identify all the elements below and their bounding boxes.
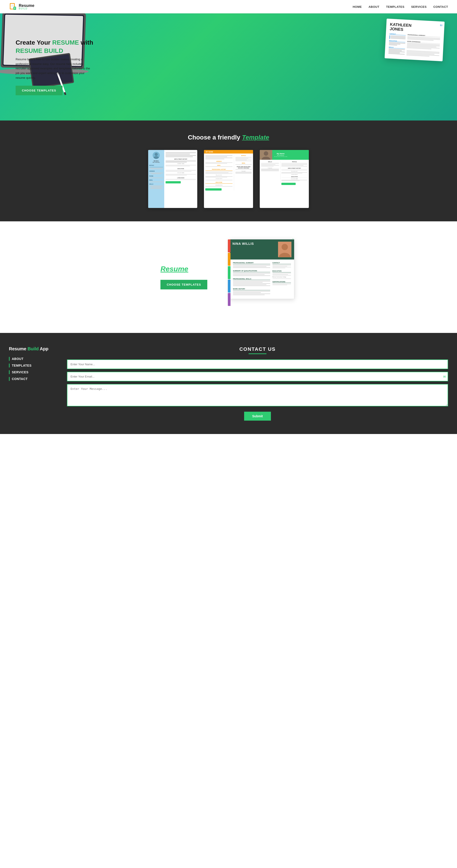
- logo[interactable]: Resume BUILD: [9, 3, 34, 11]
- hero-section: Create Your RESUME with RESUME BUILD Res…: [0, 13, 457, 121]
- contact-nav-bar-contact: [9, 377, 9, 381]
- hero-resume-preview: KATHLEEN JONES " CONTACT EDUCATION SKILL…: [385, 19, 445, 61]
- svg-point-20: [264, 151, 268, 156]
- message-input[interactable]: [67, 384, 448, 406]
- hero-content: Create Your RESUME with RESUME BUILD Res…: [16, 39, 93, 95]
- skills-section-label: SKILLS: [389, 46, 405, 49]
- contact-left: Resume Build App ABOUT TEMPLATES SERVICE…: [9, 346, 54, 383]
- nav-templates[interactable]: TEMPLATES: [386, 5, 404, 8]
- contact-nav-services[interactable]: SERVICES: [9, 370, 54, 374]
- resume-cta-button[interactable]: CHOOSE TEMPLATES: [160, 280, 207, 289]
- name-input-wrap: [67, 360, 448, 369]
- resume-person-name: NINA WILLIS: [233, 242, 254, 246]
- logo-icon: [9, 3, 17, 11]
- resume-section: Resume CHOOSE TEMPLATES + + + NINA WILL: [0, 221, 457, 333]
- template-card-2[interactable]: MY NAME Address Email Professional Histo…: [204, 150, 253, 208]
- contact-nav-templates[interactable]: TEMPLATES: [9, 364, 54, 368]
- templates-section: Choose a friendly Template My NameMy Pro…: [0, 121, 457, 221]
- resume-tabs: [228, 239, 231, 306]
- navbar: Resume BUILD HOME ABOUT TEMPLATES SERVIC…: [0, 0, 457, 13]
- submit-button[interactable]: Submit: [244, 412, 271, 421]
- resume-preview-name: KATHLEEN JONES: [390, 22, 441, 34]
- template1-sidebar: My NameMy Profession Details Address Pho…: [148, 150, 164, 208]
- template2-header: MY NAME: [204, 150, 253, 154]
- templates-grid: My NameMy Profession Details Address Pho…: [9, 150, 448, 208]
- contact-nav-bar-about: [9, 357, 9, 361]
- svg-point-17: [155, 153, 158, 156]
- contact-title: CONTACT US: [67, 346, 448, 352]
- nav-links: HOME ABOUT TEMPLATES SERVICES CONTACT: [353, 5, 448, 8]
- nav-about[interactable]: ABOUT: [368, 5, 379, 8]
- contact-form: ✉ Submit: [67, 360, 448, 421]
- template3-header: My Name My Profession 123 city country |…: [260, 150, 309, 160]
- contact-nav-about[interactable]: ABOUT: [9, 357, 54, 361]
- logo-text: Resume BUILD: [19, 4, 34, 10]
- resume-section-label: Resume: [160, 265, 207, 273]
- hero-subtitle: Resume build's free-to-use builder makes…: [16, 57, 91, 80]
- nav-contact[interactable]: CONTACT: [433, 5, 448, 8]
- resume-left-content: Resume CHOOSE TEMPLATES: [160, 265, 207, 289]
- templates-title-highlight: Template: [242, 134, 269, 141]
- contact-brand: Resume Build App: [9, 346, 54, 351]
- resume-right-content: + + + NINA WILLIS: [221, 235, 297, 319]
- contact-nav-bar-templates: [9, 364, 9, 368]
- resume-quote-icon: ": [439, 23, 443, 31]
- template2-body: Address Email Professional History As po…: [204, 154, 253, 192]
- hero-cta-button[interactable]: CHOOSE TEMPLATES: [16, 86, 62, 95]
- template-card-1[interactable]: My NameMy Profession Details Address Pho…: [148, 150, 197, 208]
- email-input[interactable]: [67, 372, 448, 381]
- svg-point-18: [154, 156, 159, 159]
- contact-title-underline: [249, 353, 267, 354]
- contact-section-label: CONTACT: [389, 33, 406, 35]
- template3-body: Skills Languages Profile: [260, 160, 309, 186]
- templates-section-title: Choose a friendly Template: [9, 134, 448, 141]
- resume-page-main: NINA WILLIS PROFESSIONAL SUMMARY SUMMARY…: [230, 239, 294, 299]
- nav-services[interactable]: SERVICES: [411, 5, 427, 8]
- contact-nav-contact[interactable]: CONTACT: [9, 377, 54, 381]
- nav-home[interactable]: HOME: [353, 5, 362, 8]
- name-input[interactable]: [67, 360, 448, 369]
- contact-right: CONTACT US ✉ Submit: [67, 346, 448, 421]
- email-input-wrap: ✉: [67, 372, 448, 381]
- template1-main: Employment History COMPANY NAME Educatio…: [164, 150, 197, 208]
- hero-title: Create Your RESUME with RESUME BUILD: [16, 39, 93, 55]
- message-input-wrap: [67, 384, 448, 407]
- svg-point-23: [282, 244, 288, 250]
- contact-section: Resume Build App ABOUT TEMPLATES SERVICE…: [0, 333, 457, 434]
- template-card-3[interactable]: My Name My Profession 123 city country |…: [260, 150, 309, 208]
- email-icon: ✉: [443, 375, 446, 378]
- contact-nav-bar-services: [9, 370, 9, 374]
- resume-stack-container: NINA WILLIS PROFESSIONAL SUMMARY SUMMARY…: [230, 239, 294, 299]
- education-section-label: EDUCATION: [389, 40, 405, 42]
